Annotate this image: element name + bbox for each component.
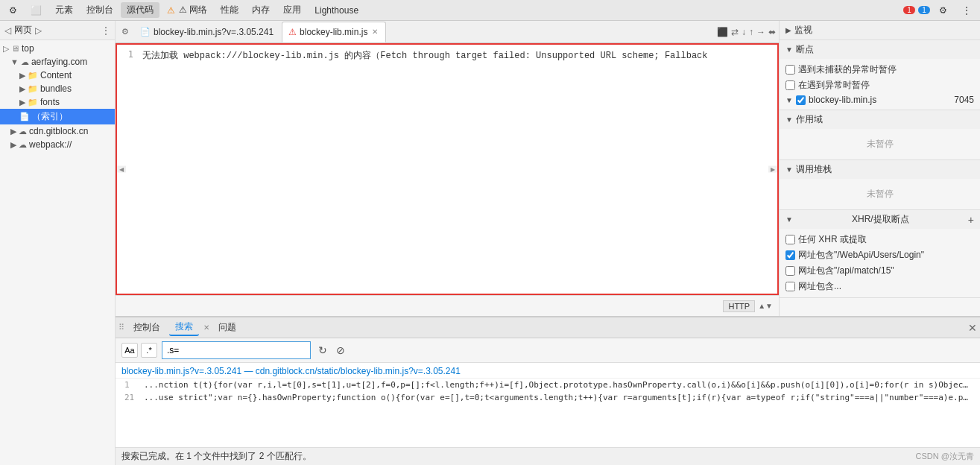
tab-label-right: blockey-lib.min.js: [300, 27, 367, 37]
bottom-panel: ⠿ 控制台 搜索 ✕ 问题 ✕ Aa .*: [116, 316, 980, 465]
scroll-up-arrow[interactable]: ▲: [758, 302, 765, 310]
tab-blockey-error[interactable]: ⚠ blockey-lib.min.js ✕: [282, 22, 386, 42]
section-watch-header[interactable]: ▶ 监视: [780, 21, 980, 39]
menu-lighthouse[interactable]: Lighthouse: [309, 4, 364, 17]
tree-item-index[interactable]: 📄 （索引）: [0, 109, 115, 124]
chevron-icon-content: ▶: [19, 71, 25, 80]
checkbox-file-breakpoint[interactable]: [796, 95, 806, 105]
tree-label: 网页: [14, 24, 32, 37]
tree-item-content[interactable]: ▶ 📁 Content: [0, 69, 115, 82]
menu-network[interactable]: ⚠ ⚠ 网络: [161, 2, 213, 18]
menu-bar: ⚙ ⬜ 元素 控制台 源代码 ⚠ ⚠ 网络 性能 内存 应用 Lighthous…: [0, 0, 980, 21]
tree-item-top[interactable]: ▷ 🖥 top: [0, 42, 115, 55]
tree-item-fonts[interactable]: ▶ 📁 fonts: [0, 95, 115, 109]
section-scope: ▼ 作用域 未暂停: [780, 110, 980, 160]
search-results: blockey-lib.min.js?v=.3.05.241 — cdn.git…: [116, 363, 980, 447]
scroll-left-indicator[interactable]: ◀: [117, 166, 126, 173]
debug-panel: ▶ 监视 ▼ 断点 遇到未捕获的异常时暂停: [779, 21, 980, 316]
arrow-right-icon[interactable]: →: [756, 27, 765, 37]
regex-button[interactable]: .*: [141, 343, 157, 358]
menu-performance[interactable]: 性能: [215, 2, 244, 18]
search-tab-close[interactable]: ✕: [203, 323, 209, 332]
section-xhr-header[interactable]: ▼ XHR/提取断点 +: [780, 210, 980, 229]
checkbox-caught[interactable]: [785, 80, 795, 90]
scroll-down-arrow[interactable]: ▼: [765, 302, 773, 310]
chevron-xhr: ▼: [785, 215, 793, 224]
tab-blockey-version[interactable]: 📄 blockey-lib.min.js?v=.3.05.241: [133, 22, 280, 42]
http-label[interactable]: HTTP: [723, 300, 755, 312]
scroll-right-indicator[interactable]: ▶: [768, 166, 777, 173]
device-toggle[interactable]: ⬜: [25, 4, 48, 17]
breakpoints-content: 遇到未捕获的异常时暂停 在遇到异常时暂停 ▼ blockey-lib.min.j…: [780, 59, 980, 110]
bottom-panel-drag-icon: ⠿: [118, 323, 124, 332]
nav-arrow-right[interactable]: ▷: [35, 25, 42, 36]
tab-search[interactable]: 搜索: [169, 319, 199, 336]
tree-item-bundles[interactable]: ▶ 📁 bundles: [0, 82, 115, 95]
menu-application[interactable]: 应用: [277, 2, 307, 18]
section-breakpoints-header[interactable]: ▼ 断点: [780, 40, 980, 59]
tree-label-cdn: cdn.gitblock.cn: [29, 126, 88, 136]
tree-label-webpack: webpack://: [29, 139, 72, 150]
tab-console[interactable]: 控制台: [127, 320, 166, 335]
settings-button[interactable]: ⚙: [933, 4, 953, 17]
label-xhr-more: 网址包含...: [798, 280, 841, 293]
xhr-content: 任何 XHR 或提取 网址包含"/WebApi/Users/Login" 网址包…: [780, 229, 980, 297]
arrow-down-icon[interactable]: ↓: [742, 27, 746, 37]
result-line-1[interactable]: 1 ...nction t(t){for(var r,i,l=t[0],s=t[…: [116, 379, 980, 391]
search-bar: Aa .* ↻ ⊘: [116, 338, 980, 363]
menu-sources[interactable]: 源代码: [121, 2, 159, 18]
expand-icon[interactable]: ⬌: [768, 27, 776, 37]
match-case-button[interactable]: Aa: [121, 343, 138, 358]
breakpoint-filename: blockey-lib.min.js: [809, 95, 876, 105]
breakpoint-uncaught: 遇到未捕获的异常时暂停: [785, 62, 974, 78]
search-refresh-button[interactable]: ↻: [315, 343, 330, 358]
nav-arrow-left[interactable]: ◁: [4, 25, 11, 36]
checkbox-uncaught[interactable]: [785, 65, 795, 75]
error-badge: 1: [903, 6, 915, 14]
arrow-up-icon[interactable]: ↑: [749, 27, 753, 37]
search-input[interactable]: [162, 341, 311, 359]
tab-issues[interactable]: 问题: [212, 320, 242, 335]
cloud-icon-webpack: ☁: [19, 140, 27, 150]
checkbox-xhr-webapi[interactable]: [785, 250, 795, 260]
section-breakpoints: ▼ 断点 遇到未捕获的异常时暂停 在遇到异常时暂停: [780, 40, 980, 110]
checkbox-xhr-api[interactable]: [785, 266, 795, 276]
tree-item-aerfaying[interactable]: ▼ ☁ aerfaying.com: [0, 55, 115, 69]
expand-arrow-file[interactable]: ▼: [785, 96, 793, 104]
tab-icon-left: 📄: [140, 27, 151, 37]
more-menu-button[interactable]: ⋮: [956, 4, 977, 17]
search-clear-button[interactable]: ⊘: [333, 343, 348, 358]
tree-item-cdn[interactable]: ▶ ☁ cdn.gitblock.cn: [0, 124, 115, 138]
menu-elements[interactable]: 元素: [49, 2, 79, 18]
checkbox-xhr-more[interactable]: [785, 282, 795, 291]
inspect-toggle[interactable]: ⚙: [3, 4, 23, 17]
tab-close-button[interactable]: ✕: [370, 27, 379, 37]
tab-nav-icon[interactable]: ⚙: [118, 25, 132, 38]
section-callstack-label: 调用堆栈: [796, 163, 832, 176]
chevron-watch: ▶: [785, 26, 791, 34]
menu-console[interactable]: 控制台: [80, 2, 119, 18]
panel-menu-icon[interactable]: ⋮: [101, 25, 110, 36]
section-scope-header[interactable]: ▼ 作用域: [780, 110, 980, 129]
tree-item-webpack[interactable]: ▶ ☁ webpack://: [0, 138, 115, 151]
cloud-icon-cdn: ☁: [19, 127, 27, 136]
checkbox-xhr-any[interactable]: [785, 235, 795, 244]
xhr-item-webapi: 网址包含"/WebApi/Users/Login": [785, 247, 974, 263]
menu-memory[interactable]: 内存: [246, 2, 276, 18]
result-file-header[interactable]: blockey-lib.min.js?v=.3.05.241 — cdn.git…: [116, 364, 980, 379]
bottom-panel-close[interactable]: ✕: [968, 322, 977, 334]
file-icon-index: 📄: [19, 112, 30, 121]
page-icon: ▷: [3, 44, 9, 54]
callstack-content: 未暂停: [780, 179, 980, 209]
result-line-2[interactable]: 21 ...use strict";var n={}.hasOwnPropert…: [116, 391, 980, 404]
split-icon[interactable]: ⬛: [717, 27, 728, 37]
file-breakpoint-row: ▼ blockey-lib.min.js 7045: [785, 93, 974, 107]
main-layout: ◁ 网页 ▷ ⋮ ▷ 🖥 top ▼ ☁ aerfaying.com ▶ 📁 C…: [0, 21, 980, 465]
format-icon[interactable]: ⇄: [731, 27, 739, 37]
tab-right-icons: ⬛ ⇄ ↓ ↑ → ⬌: [717, 27, 776, 37]
xhr-add-button[interactable]: +: [968, 214, 974, 226]
device-icon: ⬜: [31, 5, 42, 16]
xhr-item-api: 网址包含"/api/match/15": [785, 263, 974, 279]
xhr-item-any: 任何 XHR 或提取: [785, 232, 974, 247]
section-callstack-header[interactable]: ▼ 调用堆栈: [780, 160, 980, 179]
